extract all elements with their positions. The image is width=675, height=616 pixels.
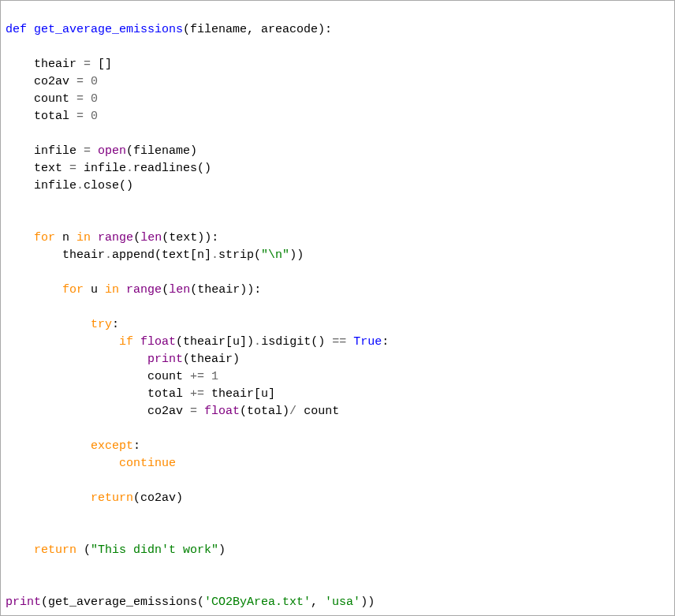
operator: = — [76, 110, 84, 123]
var: infile — [34, 144, 84, 158]
args: (text)) — [162, 231, 211, 245]
builtin-float: float — [140, 335, 176, 349]
sp — [204, 370, 211, 383]
var: co2av — [147, 405, 190, 418]
string: 'CO2ByArea.txt' — [204, 595, 311, 609]
sp — [55, 231, 62, 245]
dot: . — [76, 179, 84, 192]
dot: . — [211, 248, 218, 262]
indent — [6, 353, 147, 366]
operator: = — [76, 92, 84, 106]
keyword-except: except — [91, 439, 133, 453]
args: (theair) — [183, 353, 240, 366]
function-name: get_average_emissions — [34, 23, 183, 36]
keyword-in: in — [105, 283, 119, 297]
expr: (theair[u]) — [176, 335, 254, 349]
builtin-len: len — [140, 231, 162, 245]
method: readlines() — [133, 162, 211, 175]
sp — [98, 283, 105, 297]
space — [27, 23, 34, 36]
number: 0 — [91, 75, 98, 88]
method: strip( — [218, 248, 261, 262]
indent — [6, 335, 119, 349]
indent — [6, 457, 119, 470]
var: infile — [34, 179, 76, 192]
dot: . — [254, 335, 261, 349]
lparen: ( — [162, 283, 169, 297]
operator: += — [190, 387, 204, 401]
sp — [84, 92, 91, 106]
keyword-continue: continue — [119, 457, 176, 470]
operator: = — [84, 58, 91, 71]
rparen: )) — [360, 595, 375, 609]
indent — [6, 162, 34, 175]
operator: = — [84, 144, 91, 158]
colon: : — [254, 283, 261, 297]
builtin-print: print — [147, 353, 183, 366]
var: theair — [34, 58, 84, 71]
var: n — [62, 231, 69, 245]
indent — [6, 75, 34, 88]
method: close() — [84, 179, 133, 192]
indent — [6, 248, 62, 262]
keyword-return: return — [34, 543, 76, 557]
var: total — [147, 387, 190, 401]
string: "This didn't work" — [91, 543, 218, 557]
indent — [6, 58, 34, 71]
indent — [6, 110, 34, 123]
builtin-print: print — [6, 595, 41, 609]
var: theair — [62, 248, 105, 262]
rparen: )) — [289, 248, 304, 262]
code-block: def get_average_emissions(filename, area… — [0, 0, 675, 616]
var: text — [34, 162, 69, 175]
operator: = — [190, 405, 197, 418]
indent — [6, 370, 147, 383]
var: u — [91, 283, 98, 297]
indent — [6, 491, 91, 505]
var: total — [34, 110, 76, 123]
keyword-try: try — [91, 318, 112, 331]
args: (theair)) — [190, 283, 254, 297]
sp — [84, 75, 91, 88]
indent — [6, 144, 34, 158]
sp — [69, 231, 76, 245]
comma: , — [311, 595, 325, 609]
val: [] — [91, 58, 112, 71]
expr: (co2av) — [133, 491, 183, 505]
expr: (total) — [240, 405, 289, 418]
expr: (get_average_emissions( — [41, 595, 204, 609]
number: 0 — [91, 110, 98, 123]
keyword-return: return — [91, 491, 133, 505]
builtin-range: range — [126, 283, 162, 297]
expr: count — [296, 405, 339, 418]
keyword-def: def — [6, 23, 27, 36]
args: (filename) — [126, 144, 197, 158]
method: append(text[n] — [112, 248, 211, 262]
colon: : — [325, 23, 332, 36]
var: count — [147, 370, 190, 383]
sp — [346, 335, 353, 349]
indent — [6, 231, 34, 245]
indent — [6, 405, 147, 418]
keyword-in: in — [76, 231, 91, 245]
var: count — [34, 92, 76, 106]
keyword-for: for — [34, 231, 55, 245]
method: isdigit() — [261, 335, 332, 349]
lparen: ( — [84, 543, 91, 557]
var: co2av — [34, 75, 76, 88]
builtin-float: float — [204, 405, 240, 418]
sp — [197, 405, 204, 418]
keyword-true: True — [353, 335, 382, 349]
sp — [91, 144, 98, 158]
builtin-len: len — [169, 283, 190, 297]
expr: infile — [76, 162, 126, 175]
indent — [6, 318, 91, 331]
rparen: ) — [218, 543, 226, 557]
indent — [6, 179, 34, 192]
keyword-if: if — [119, 335, 133, 349]
operator: = — [69, 162, 76, 175]
number: 0 — [91, 92, 98, 106]
colon: : — [382, 335, 389, 349]
string: 'usa' — [325, 595, 360, 609]
expr: theair[u] — [204, 387, 275, 401]
